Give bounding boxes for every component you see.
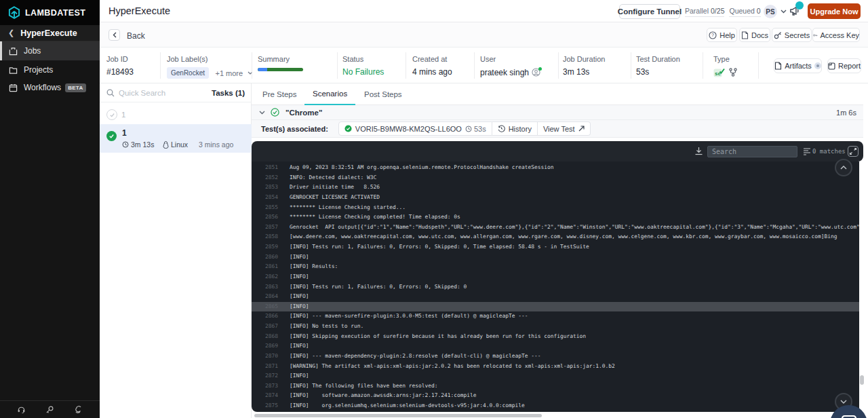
secrets-button[interactable]: Secrets xyxy=(772,28,812,42)
help-button[interactable]: ? Help xyxy=(707,28,737,42)
history-label: History xyxy=(509,125,532,133)
task-list-item[interactable]: 1 3m 13s Linux 3 mins ago xyxy=(100,124,252,153)
view-test-button[interactable]: View Test xyxy=(538,121,591,136)
scenario-header-row[interactable]: "Chrome" 1m 6s xyxy=(252,105,863,120)
test-success-icon xyxy=(344,125,352,132)
status-icon[interactable] xyxy=(74,405,83,414)
parallel-label: Parallel xyxy=(685,7,709,15)
scenario-name: "Chrome" xyxy=(285,109,322,117)
scroll-to-top-button[interactable] xyxy=(835,159,852,176)
user-avatar[interactable]: PS xyxy=(764,5,777,18)
log-line-number: 2867 xyxy=(252,322,278,332)
download-logs-icon[interactable] xyxy=(694,147,703,155)
back-label[interactable]: Back xyxy=(127,31,145,41)
tests-associated-label: Test(s) associated: xyxy=(261,125,328,133)
log-line: 2864[INFO] xyxy=(252,292,859,302)
summary-label: Summary xyxy=(258,55,303,63)
log-viewer[interactable]: 2851Aug 09, 2023 8:32:51 AM org.openqa.s… xyxy=(252,162,859,412)
test-id-pill[interactable]: VORI5-B9MW8-KM2QS-LL6OO 53s xyxy=(338,121,492,136)
sidebar-product-header[interactable]: ❮ HyperExecute xyxy=(0,25,100,41)
docs-button[interactable]: Docs xyxy=(739,28,770,42)
sidebar-item-label: Jobs xyxy=(24,46,41,56)
log-line-text: [INFO] Results: xyxy=(290,263,338,269)
clock-icon xyxy=(122,141,129,148)
sidebar-item-jobs[interactable]: Jobs xyxy=(0,41,100,60)
jobs-icon xyxy=(9,47,18,56)
log-line-text: Genrocket API output[{"id":"1","Name":"H… xyxy=(290,224,859,230)
status-label: Status xyxy=(342,55,384,63)
artifacts-button[interactable]: Artifacts xyxy=(774,58,822,73)
steps-tab-bar: Pre Steps Scenarios Post Steps xyxy=(252,83,863,105)
log-line-number: 2854 xyxy=(252,193,278,203)
log-line: 2858[www.deere.com, www.oaktreecapital.c… xyxy=(252,232,859,242)
upgrade-now-button[interactable]: Upgrade Now xyxy=(808,3,861,19)
job-status-column: Status No Failures xyxy=(342,48,384,83)
external-link-icon xyxy=(578,126,585,132)
test-id: VORI5-B9MW8-KM2QS-LL6OO xyxy=(355,125,462,133)
report-icon xyxy=(828,62,835,70)
task-success-icon xyxy=(106,131,117,141)
log-line-text: [INFO] xyxy=(290,303,309,309)
parallel-stat[interactable]: Parallel0/25 xyxy=(685,7,724,17)
log-line-number: 2855 xyxy=(252,203,278,213)
log-toolbar: 0 matches xyxy=(252,141,863,162)
log-line-number: 2864 xyxy=(252,292,278,302)
task-duration: 3m 13s xyxy=(122,140,154,149)
user-value: prateek singh xyxy=(480,68,529,77)
log-line: 2856******** License Checking completed!… xyxy=(252,212,859,223)
log-line-text: [INFO] xyxy=(290,293,309,299)
more-labels[interactable]: +1 more xyxy=(215,69,243,77)
queued-stat[interactable]: Queued0 xyxy=(729,7,760,17)
log-line-number: 2852 xyxy=(252,173,278,183)
brand-logo[interactable]: LAMBDATEST xyxy=(0,0,100,25)
sidebar-item-projects[interactable]: Projects xyxy=(0,60,100,79)
quick-search-input[interactable] xyxy=(119,89,212,97)
log-line-number: 2857 xyxy=(252,223,278,233)
chevron-down-icon[interactable] xyxy=(259,111,265,115)
history-button[interactable]: History xyxy=(492,121,538,136)
back-button[interactable] xyxy=(108,29,120,41)
log-line-number: 2870 xyxy=(252,352,278,362)
user-label: User xyxy=(480,55,542,63)
brand-name: LAMBDATEST xyxy=(25,8,85,18)
job-duration-column: Job Duration 3m 13s xyxy=(563,48,605,83)
log-line: 2869[INFO] xyxy=(252,341,859,352)
task-created-ago: 3 mins ago xyxy=(199,140,233,149)
configure-tunnel-button[interactable]: Configure Tunnel xyxy=(619,4,680,19)
horizontal-scrollbar-thumb[interactable] xyxy=(254,414,542,417)
help-label: Help xyxy=(719,31,735,39)
sidebar-item-workflows[interactable]: Workflows BETA xyxy=(0,78,100,97)
job-duration-value: 3m 13s xyxy=(563,67,605,77)
expand-log-icon[interactable] xyxy=(848,146,859,157)
log-line: 2852INFO: Detected dialect: W3C xyxy=(252,173,859,183)
log-line: 2863[INFO] Tests run: 1, Failures: 0, Er… xyxy=(252,282,859,292)
tab-scenarios[interactable]: Scenarios xyxy=(304,83,355,105)
tab-post-steps[interactable]: Post Steps xyxy=(356,83,410,105)
line-wrap-icon[interactable] xyxy=(803,147,811,155)
docs-icon xyxy=(741,31,749,39)
job-label-chip[interactable]: GenRocket xyxy=(167,67,209,79)
log-line-text: [INFO] --- maven-dependency-plugin:2.8:r… xyxy=(290,353,541,359)
notification-dot xyxy=(795,1,804,10)
report-button[interactable]: Report xyxy=(827,58,861,73)
log-search-input[interactable] xyxy=(707,146,797,157)
tab-pre-steps[interactable]: Pre Steps xyxy=(254,83,305,105)
access-key-button[interactable]: Access Key xyxy=(812,28,860,42)
report-label: Report xyxy=(838,62,861,70)
key-icon[interactable] xyxy=(45,405,54,414)
job-id-value: #18493 xyxy=(106,67,134,77)
test-duration-label: Test Duration xyxy=(636,55,680,63)
log-line-text: [www.deere.com, www.oaktreecapital.com, … xyxy=(290,233,837,240)
vertical-scrollbar-thumb[interactable] xyxy=(860,375,864,385)
stage-indicator[interactable]: 1 xyxy=(106,109,125,120)
tasks-panel: Tasks (1) 1 1 3m 13s Linux 3 mins ago xyxy=(100,83,252,418)
type-label: Type xyxy=(713,55,737,63)
chevron-down-icon[interactable] xyxy=(781,10,787,14)
log-line-number: 2865 xyxy=(252,302,278,312)
log-line-text: [INFO] xyxy=(290,273,309,280)
log-line-number: 2874 xyxy=(252,391,278,401)
log-line-number: 2863 xyxy=(252,282,278,292)
log-line: 2868[INFO] Skipping execution of surefir… xyxy=(252,332,859,342)
log-line-text: [INFO] xyxy=(290,254,309,260)
support-icon[interactable] xyxy=(17,405,26,414)
